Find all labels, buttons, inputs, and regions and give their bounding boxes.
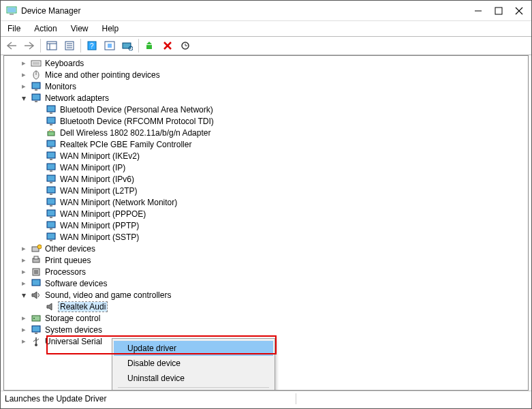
forward-button[interactable]: [21, 37, 37, 54]
svg-rect-4: [495, 7, 502, 14]
uninstall-button[interactable]: [159, 37, 176, 54]
tree-node-system-devices[interactable]: System devices: [4, 324, 528, 335]
svg-rect-51: [50, 217, 52, 218]
network-adapter-icon: [46, 127, 57, 138]
tree-node-realtek-audio[interactable]: Realtek Audi: [4, 301, 528, 312]
tree-label: Bluetooth Device (Personal Area Network): [59, 105, 215, 115]
tree-node-keyboards[interactable]: Keyboards: [4, 57, 528, 69]
collapse-icon[interactable]: [19, 290, 29, 300]
usb-icon: [31, 336, 42, 347]
expand-icon[interactable]: [19, 82, 29, 91]
tree-node-network-item[interactable]: WAN Miniport (L2TP): [4, 185, 528, 196]
svg-rect-37: [48, 132, 54, 136]
tree-node-other-devices[interactable]: Other devices: [4, 243, 528, 254]
network-adapter-icon: [46, 139, 57, 150]
tree-node-network-item[interactable]: WAN Miniport (IP): [4, 162, 528, 173]
expand-icon[interactable]: [19, 244, 29, 253]
menu-view[interactable]: View: [68, 22, 91, 35]
properties-button[interactable]: [61, 37, 78, 54]
network-icon: [31, 93, 42, 104]
tree-node-storage[interactable]: Storage control: [4, 312, 528, 324]
tree-label: WAN Miniport (PPTP): [59, 221, 140, 230]
tree-node-monitors[interactable]: Monitors: [4, 80, 528, 92]
tree-node-network-adapters[interactable]: Network adapters: [4, 92, 528, 104]
expand-icon[interactable]: [19, 314, 29, 322]
svg-rect-2: [10, 14, 14, 15]
update-driver-button[interactable]: [142, 37, 158, 54]
svg-rect-39: [50, 147, 52, 149]
svg-rect-48: [47, 198, 55, 204]
tree-label: Keyboards: [44, 59, 85, 68]
minimize-button[interactable]: [474, 7, 482, 15]
maximize-button[interactable]: [495, 7, 503, 15]
printer-icon: [31, 255, 42, 266]
show-hide-tree-button[interactable]: [44, 37, 60, 54]
menu-action[interactable]: Action: [31, 22, 59, 35]
tree-label: Print queues: [44, 256, 92, 265]
toolbar-icon-a[interactable]: [101, 37, 118, 54]
menu-scan-hardware[interactable]: Scan for hardware changes: [114, 389, 273, 391]
tree-node-network-item[interactable]: WAN Miniport (Network Monitor): [4, 196, 528, 208]
menu-disable-device[interactable]: Disable device: [114, 356, 273, 371]
expand-icon[interactable]: [19, 267, 29, 276]
system-icon: [31, 324, 42, 335]
svg-rect-34: [50, 112, 52, 114]
expand-icon[interactable]: [19, 70, 29, 79]
menu-file[interactable]: File: [5, 22, 23, 35]
svg-rect-59: [34, 256, 38, 259]
tree-label: Monitors: [44, 82, 78, 91]
tree-node-network-item[interactable]: WAN Miniport (SSTP): [4, 231, 528, 243]
tree-node-network-item[interactable]: Realtek PCIe GBE Family Controller: [4, 138, 528, 150]
collapse-icon[interactable]: [19, 93, 29, 103]
svg-rect-62: [32, 279, 40, 286]
keyboard-icon: [31, 58, 42, 69]
svg-rect-20: [146, 45, 152, 49]
svg-point-64: [33, 318, 35, 319]
tree-node-network-item[interactable]: WAN Miniport (IKEv2): [4, 150, 528, 162]
tree-label: Realtek PCIe GBE Family Controller: [59, 140, 193, 149]
menu-update-driver[interactable]: Update driver: [114, 341, 273, 356]
tree-node-network-item[interactable]: WAN Miniport (IPv6): [4, 173, 528, 185]
expand-icon[interactable]: [19, 337, 29, 346]
menu-help[interactable]: Help: [99, 22, 122, 35]
tree-label: Other devices: [44, 244, 97, 254]
tree-node-network-item[interactable]: Bluetooth Device (RFCOMM Protocol TDI): [4, 115, 528, 127]
network-adapter-icon: [46, 116, 57, 127]
window-title: Device Manager: [21, 6, 474, 16]
menu-uninstall-device[interactable]: Uninstall device: [114, 371, 273, 386]
help-button[interactable]: ?: [84, 37, 100, 54]
menu-separator: [118, 387, 269, 388]
expand-icon[interactable]: [19, 256, 29, 264]
tree-label: Realtek Audi: [59, 302, 107, 312]
svg-rect-66: [35, 333, 37, 334]
tree-node-network-item[interactable]: Bluetooth Device (Personal Area Network): [4, 104, 528, 115]
expand-icon[interactable]: [19, 325, 29, 334]
tree-node-sound[interactable]: Sound, video and game controllers: [4, 289, 528, 301]
expand-icon[interactable]: [19, 279, 29, 288]
svg-rect-47: [50, 194, 52, 195]
close-button[interactable]: [515, 7, 523, 15]
tree-label: WAN Miniport (PPPOE): [59, 209, 147, 219]
tree-node-processors[interactable]: Processors: [4, 266, 528, 277]
tree-node-mice[interactable]: Mice and other pointing devices: [4, 69, 528, 80]
disable-button[interactable]: [177, 37, 193, 54]
svg-text:?: ?: [90, 42, 94, 50]
tree-node-software-devices[interactable]: Software devices: [4, 277, 528, 289]
storage-icon: [31, 313, 42, 324]
svg-rect-44: [47, 175, 55, 181]
tree-node-network-item[interactable]: Dell Wireless 1802 802.11a/b/g/n Adapter: [4, 127, 528, 138]
svg-rect-24: [31, 61, 41, 66]
tree-node-print-queues[interactable]: Print queues: [4, 254, 528, 266]
scan-hardware-button[interactable]: [119, 37, 136, 54]
menubar: File Action View Help: [1, 21, 531, 36]
tree-node-network-item[interactable]: WAN Miniport (PPTP): [4, 219, 528, 231]
svg-rect-40: [47, 152, 55, 158]
network-adapter-icon: [46, 232, 57, 243]
svg-rect-30: [35, 89, 37, 91]
back-button[interactable]: [3, 37, 20, 54]
tree-label: WAN Miniport (IKEv2): [59, 151, 141, 161]
tree-label: Software devices: [44, 279, 108, 288]
tree-node-network-item[interactable]: WAN Miniport (PPPOE): [4, 208, 528, 219]
expand-icon[interactable]: [19, 59, 29, 67]
network-adapter-icon: [46, 162, 57, 173]
